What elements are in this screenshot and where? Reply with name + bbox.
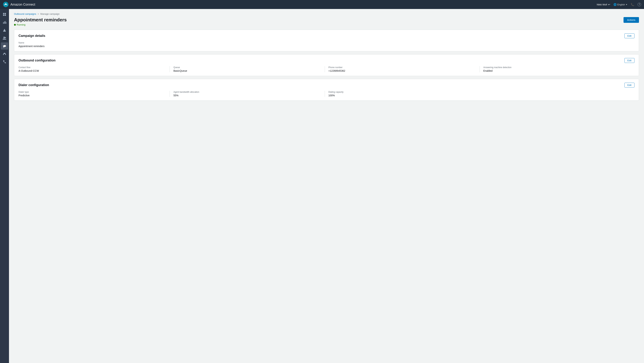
user-menu[interactable]: Nikki Wolf ↩: [597, 3, 610, 6]
svg-point-12: [5, 37, 6, 38]
campaign-name-label: Name: [18, 42, 634, 44]
sidebar-item-routing[interactable]: [1, 26, 8, 34]
sidebar: [0, 9, 9, 363]
amazon-connect-logo: [3, 2, 8, 7]
svg-rect-14: [4, 46, 4, 48]
queue-value: BasicQueue: [174, 69, 321, 72]
bandwidth-label: Agent bandwidth allocation: [174, 91, 321, 93]
username: Nikki Wolf: [597, 3, 607, 6]
main-content: Outbound campaigns > Manage campaign App…: [9, 9, 644, 363]
sidebar-item-campaigns[interactable]: [1, 42, 8, 50]
svg-rect-15: [3, 54, 4, 55]
svg-rect-16: [5, 54, 6, 55]
campaign-name-value: Appointment reminders: [18, 45, 634, 48]
sidebar-item-headset[interactable]: [1, 50, 8, 58]
queue-group: Queue BasicQueue: [170, 66, 324, 72]
sidebar-item-dashboard[interactable]: [1, 11, 8, 18]
svg-rect-6: [3, 22, 4, 24]
svg-rect-9: [6, 22, 6, 24]
page-header: Appointment reminders Running Actions: [14, 17, 639, 26]
dialer-type-group: Dialer type Predictive: [18, 91, 170, 97]
breadcrumb-link-outbound[interactable]: Outbound campaigns: [14, 12, 36, 15]
amd-value: Enabled: [483, 69, 631, 72]
globe-icon: 🌐: [614, 3, 616, 6]
dialing-capacity-label: Dialing capacity: [328, 91, 476, 93]
sidebar-item-users[interactable]: [1, 34, 8, 42]
amd-label: Answering machine detection: [483, 66, 631, 69]
page-title: Appointment reminders: [14, 17, 67, 23]
help-icon[interactable]: ?: [638, 3, 641, 6]
actions-button[interactable]: Actions: [624, 17, 639, 23]
outbound-config-card: Outbound configuration Edit Contact flow…: [14, 54, 639, 76]
outbound-config-edit-button[interactable]: Edit: [624, 58, 634, 63]
dialer-config-fields: Dialer type Predictive Agent bandwidth a…: [18, 91, 634, 97]
svg-rect-5: [5, 14, 6, 16]
language-selector[interactable]: 🌐 English ▼: [614, 3, 628, 6]
svg-rect-2: [3, 13, 4, 14]
queue-label: Queue: [174, 66, 321, 69]
sidebar-item-analytics[interactable]: [1, 19, 8, 26]
main-layout: Outbound campaigns > Manage campaign App…: [0, 9, 644, 363]
campaign-details-body: Name Appointment reminders: [18, 42, 634, 48]
phone-number-label: Phone number: [328, 66, 476, 69]
dialer-config-edit-button[interactable]: Edit: [624, 83, 634, 88]
contact-flow-label: Contact flow: [18, 66, 166, 69]
phone-number-group: Phone number +12268945362: [325, 66, 480, 72]
bandwidth-value: 55%: [174, 94, 321, 97]
campaign-details-title: Campaign details: [18, 34, 45, 38]
header-right: Nikki Wolf ↩ 🌐 English ▼ 📞 ?: [597, 3, 641, 6]
status-badge: Running: [14, 23, 67, 26]
bandwidth-group: Agent bandwidth allocation 55%: [170, 91, 324, 97]
dialing-capacity-group: Dialing capacity 100%: [325, 91, 480, 97]
phone-number-value: +12268945362: [328, 69, 476, 72]
svg-rect-4: [3, 14, 4, 16]
dialer-config-header: Dialer configuration Edit: [18, 83, 634, 88]
svg-rect-3: [5, 13, 6, 14]
breadcrumb: Outbound campaigns > Manage campaign: [14, 12, 639, 15]
header-left: Amazon Connect: [3, 2, 35, 7]
amd-group: Answering machine detection Enabled: [480, 66, 634, 72]
svg-rect-13: [5, 46, 6, 46]
campaign-details-edit-button[interactable]: Edit: [624, 34, 634, 38]
language-label: English: [617, 3, 625, 6]
lang-chevron-icon: ▼: [626, 4, 628, 6]
phone-icon[interactable]: 📞: [631, 3, 634, 6]
dialer-config-title: Dialer configuration: [18, 83, 49, 87]
outbound-config-fields: Contact flow A-Outbound-CCW Queue BasicQ…: [18, 66, 634, 72]
dialing-capacity-value: 100%: [328, 94, 476, 97]
breadcrumb-separator: >: [38, 13, 39, 15]
svg-point-11: [4, 37, 5, 38]
status-label: Running: [17, 23, 25, 26]
contact-flow-group: Contact flow A-Outbound-CCW: [18, 66, 170, 72]
svg-rect-8: [5, 21, 6, 24]
contact-flow-value: A-Outbound-CCW: [18, 69, 166, 72]
app-title: Amazon Connect: [10, 3, 35, 6]
status-dot: [14, 24, 16, 26]
page-title-area: Appointment reminders Running: [14, 17, 67, 26]
outbound-config-header: Outbound configuration Edit: [18, 58, 634, 63]
svg-marker-10: [3, 29, 6, 32]
svg-rect-7: [4, 22, 4, 24]
dialer-type-value: Predictive: [18, 94, 166, 97]
svg-point-1: [5, 4, 6, 5]
dialer-type-label: Dialer type: [18, 91, 166, 93]
campaign-details-header: Campaign details Edit: [18, 34, 634, 38]
campaign-details-card: Campaign details Edit Name Appointment r…: [14, 30, 639, 52]
signout-icon[interactable]: ↩: [608, 3, 610, 6]
dialer-config-card: Dialer configuration Edit Dialer type Pr…: [14, 79, 639, 101]
breadcrumb-current: Manage campaign: [40, 12, 60, 15]
header: Amazon Connect Nikki Wolf ↩ 🌐 English ▼ …: [0, 0, 644, 9]
outbound-config-title: Outbound configuration: [18, 58, 56, 62]
sidebar-item-phone[interactable]: [1, 58, 8, 66]
